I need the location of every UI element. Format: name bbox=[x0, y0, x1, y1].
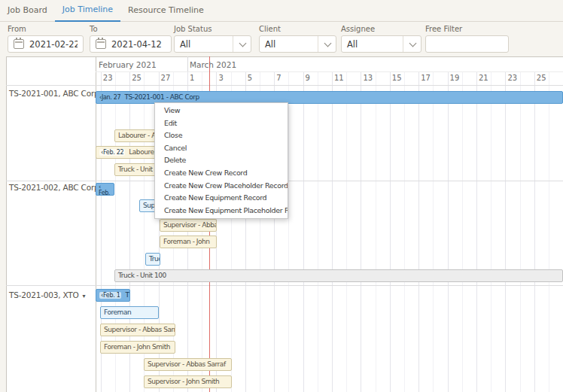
client-select[interactable]: All bbox=[259, 35, 336, 53]
crew-bar[interactable]: Supervisor - Abbas bbox=[160, 219, 217, 232]
bar-label: Foreman bbox=[104, 308, 131, 316]
day-tick-label: 23 bbox=[103, 74, 113, 82]
client-label: Client bbox=[259, 25, 336, 33]
day-tick-label: 25 bbox=[537, 74, 546, 82]
day-tick-label: 7 bbox=[276, 74, 281, 82]
context-menu-item-create-new-equipment-placeholder-record[interactable]: Create New Equipment Placeholder Record bbox=[155, 205, 288, 217]
assignee-select[interactable]: All bbox=[341, 35, 421, 53]
assignee-value: All bbox=[347, 39, 358, 50]
day-tick-label: 17 bbox=[421, 74, 431, 82]
job-bar-ts-2021-003[interactable]: ‹Feb. 1TS- bbox=[96, 289, 130, 302]
tab-job-board[interactable]: Job Board bbox=[0, 1, 55, 21]
day-tick-label: 1 bbox=[190, 74, 194, 82]
context-menu: ViewEditCloseCancelDeleteCreate New Crew… bbox=[154, 102, 288, 219]
continues-left-marker: ‹Feb. 22 bbox=[99, 149, 125, 156]
job-timeline-page: Job Board Job Timeline Resource Timeline… bbox=[0, 0, 563, 392]
filter-to: To bbox=[90, 25, 172, 53]
context-menu-item-close[interactable]: Close bbox=[155, 129, 288, 142]
context-menu-item-edit[interactable]: Edit bbox=[155, 117, 288, 130]
filter-job-status: Job Status All bbox=[174, 25, 251, 53]
gridline-day bbox=[361, 71, 361, 392]
day-tick-label: 5 bbox=[248, 74, 252, 82]
tab-bar: Job Board Job Timeline Resource Timeline bbox=[0, 0, 563, 22]
gridline-day bbox=[418, 71, 419, 392]
tab-resource-timeline[interactable]: Resource Timeline bbox=[120, 1, 212, 21]
chevron-down-icon bbox=[318, 36, 330, 52]
header-bottom-border bbox=[6, 85, 563, 86]
day-tick-label: 21 bbox=[479, 74, 488, 82]
filter-from: From bbox=[8, 25, 84, 53]
equipment-bar[interactable]: Truck - Unit 100 bbox=[114, 269, 563, 282]
continues-left-marker: ‹Feb. 1 bbox=[99, 292, 121, 299]
day-tick-label: 27 bbox=[161, 74, 171, 82]
day-tick-label: 9 bbox=[306, 74, 310, 82]
context-menu-item-cancel[interactable]: Cancel bbox=[155, 142, 288, 155]
crew-bar[interactable]: Foreman - John bbox=[160, 236, 217, 248]
bar-label: ‹ Feb. bbox=[99, 184, 110, 196]
left-column-divider bbox=[96, 56, 96, 392]
crew-bar[interactable]: Supervisor - Abbas Sarraf bbox=[144, 358, 232, 371]
bar-label: Supervisor - Abbas Sarraf bbox=[104, 326, 175, 333]
placeholder-bar[interactable]: Truck bbox=[145, 253, 160, 266]
gridline-day bbox=[288, 71, 289, 392]
job-row-label[interactable]: TS-2021-002, ABC Corp▾ bbox=[9, 183, 105, 192]
continues-left-marker: ‹Jan. 27 bbox=[99, 94, 120, 101]
filter-assignee: Assignee All bbox=[341, 25, 421, 53]
month-label: February 2021 bbox=[99, 60, 157, 69]
crew-bar[interactable]: Foreman - John Smith bbox=[100, 341, 175, 354]
placeholder-bar[interactable]: Foreman bbox=[100, 306, 159, 319]
gridline-day bbox=[376, 71, 376, 392]
client-value: All bbox=[265, 39, 275, 50]
day-tick-label: 23 bbox=[507, 74, 517, 82]
gridline-day bbox=[534, 71, 535, 392]
job-row-label[interactable]: TS-2021-001, ABC Corp▾ bbox=[9, 89, 105, 98]
free-filter-input[interactable] bbox=[425, 35, 509, 53]
job-status-value: All bbox=[180, 39, 190, 50]
gridline-day bbox=[332, 71, 333, 392]
gridline-day bbox=[404, 71, 405, 392]
crew-bar[interactable]: Supervisor - John Smith bbox=[144, 375, 232, 388]
gridline-day bbox=[318, 71, 318, 392]
free-filter-value[interactable] bbox=[431, 39, 503, 50]
to-date-value[interactable] bbox=[111, 39, 166, 50]
job-status-label: Job Status bbox=[174, 25, 251, 33]
row-separator bbox=[6, 285, 563, 286]
gridline-day bbox=[433, 71, 434, 392]
filter-free: Free Filter bbox=[425, 25, 509, 53]
free-filter-label: Free Filter bbox=[425, 25, 509, 33]
crew-bar[interactable]: Supervisor - Abbas Sarraf bbox=[100, 324, 175, 336]
caret-down-icon[interactable]: ▾ bbox=[83, 293, 86, 299]
bar-label: TS-2021-001 - ABC Corp bbox=[124, 93, 199, 101]
job-row-label[interactable]: TS-2021-003, XTO▾ bbox=[9, 290, 85, 299]
from-date-input[interactable] bbox=[8, 35, 84, 53]
calendar-icon bbox=[96, 39, 106, 49]
bar-label: TS- bbox=[125, 291, 130, 299]
gridline-day bbox=[303, 71, 304, 392]
from-date-value[interactable] bbox=[29, 39, 78, 50]
to-label: To bbox=[90, 25, 172, 33]
context-menu-item-create-new-equipment-record[interactable]: Create New Equipment Record bbox=[155, 192, 288, 205]
bar-label: Supervisor - Abbas Sarraf bbox=[148, 360, 226, 368]
gridline-day bbox=[390, 71, 391, 392]
context-menu-item-delete[interactable]: Delete bbox=[155, 154, 288, 167]
tab-job-timeline[interactable]: Job Timeline bbox=[55, 0, 120, 22]
chevron-down-icon bbox=[233, 36, 245, 52]
gridline-day bbox=[520, 71, 521, 392]
context-menu-item-create-new-crew-record[interactable]: Create New Crew Record bbox=[155, 167, 288, 180]
filter-client: Client All bbox=[259, 25, 336, 53]
day-tick-label: 25 bbox=[132, 74, 142, 82]
month-separator bbox=[187, 56, 188, 71]
job-bar-ts-2021-002[interactable]: ‹ Feb. bbox=[96, 183, 114, 196]
context-menu-item-view[interactable]: View bbox=[155, 105, 288, 117]
gridline-day bbox=[476, 71, 477, 392]
context-menu-item-create-new-crew-placeholder-record[interactable]: Create New Crew Placeholder Record bbox=[155, 180, 288, 193]
bar-label: Supervisor - Abbas bbox=[163, 221, 217, 229]
bar-label: Truck - Unit 100 bbox=[118, 272, 166, 279]
bar-label: Truck bbox=[149, 255, 160, 263]
job-status-select[interactable]: All bbox=[174, 35, 251, 53]
to-date-input[interactable] bbox=[90, 35, 172, 53]
gridline-day bbox=[448, 71, 449, 392]
chevron-down-icon bbox=[403, 36, 415, 52]
job-row-title: TS-2021-003, XTO bbox=[9, 290, 79, 299]
gridline-day bbox=[549, 71, 549, 392]
